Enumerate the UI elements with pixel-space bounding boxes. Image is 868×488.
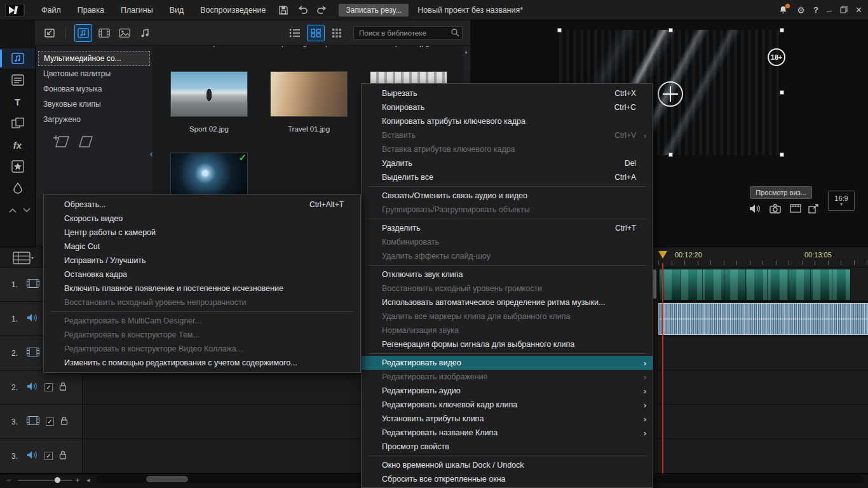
menu-item[interactable]: Редактировать видео›	[362, 356, 653, 370]
menu-item[interactable]: Просмотр свойств	[362, 440, 653, 454]
selection-handle[interactable]	[668, 28, 673, 32]
collapse-panel-icon[interactable]: ‹	[147, 141, 155, 166]
media-thumbnail[interactable]: ✓	[170, 152, 248, 198]
track-lock-icon[interactable]	[59, 451, 67, 462]
record-button[interactable]: Записать резу...	[339, 4, 409, 17]
effect-room-tab[interactable]: fx	[0, 135, 35, 155]
video-clip[interactable]	[658, 269, 851, 301]
menu-item[interactable]: УдалитьDel	[362, 156, 653, 170]
media-content-filter-icon[interactable]	[74, 24, 92, 42]
menu-item[interactable]: Центр работы с камерой	[44, 226, 360, 240]
library-category-selected[interactable]: Мультимедийное со...	[38, 51, 150, 66]
close-icon[interactable]: ×	[856, 5, 862, 15]
transition-room-tab[interactable]	[0, 113, 35, 133]
search-icon[interactable]	[451, 28, 459, 39]
help-icon[interactable]: ?	[813, 6, 818, 14]
settings-gear-icon[interactable]: ⚙	[797, 6, 805, 15]
selection-handle[interactable]	[780, 28, 784, 32]
menu-item[interactable]: Отключить звук клипа	[362, 268, 653, 281]
pip-room-tab[interactable]	[0, 156, 35, 177]
menu-item[interactable]: Выделить всеCtrl+A	[362, 170, 653, 184]
menu-item[interactable]: Magic Cut	[44, 240, 360, 254]
menubar-item[interactable]: Правка	[69, 0, 112, 20]
rail-scroll-down-icon[interactable]	[20, 206, 33, 215]
aspect-ratio-selector[interactable]: 16:9 ▾	[828, 191, 855, 211]
restore-icon[interactable]	[840, 4, 848, 16]
audio-clip[interactable]	[658, 303, 868, 335]
minimize-icon[interactable]: –	[827, 6, 832, 15]
menu-item[interactable]: Скорость видео	[44, 212, 360, 226]
library-category[interactable]: Фоновая музыка	[38, 81, 150, 97]
track-header[interactable]: 3.✓	[0, 439, 83, 473]
library-category[interactable]: Загружено	[38, 112, 150, 127]
menu-item[interactable]: Копировать атрибуты ключевого кадра	[362, 114, 653, 128]
menu-item[interactable]: КопироватьCtrl+C	[362, 100, 653, 114]
menu-item[interactable]: Включить плавное появление и постепенное…	[44, 281, 360, 295]
menubar-item[interactable]: Вид	[161, 0, 193, 20]
title-room-tab[interactable]: T	[0, 92, 35, 112]
playhead-marker[interactable]	[658, 251, 667, 259]
save-icon[interactable]	[276, 3, 290, 17]
color-board-icon[interactable]	[78, 133, 94, 152]
media-thumbnail[interactable]	[270, 71, 348, 117]
track-lock-icon[interactable]	[60, 416, 68, 428]
menu-item[interactable]: Редактировать аудио›	[362, 384, 653, 398]
menu-item[interactable]: Обрезать...Ctrl+Alt+T	[44, 198, 360, 212]
create-color-board-icon[interactable]	[51, 133, 72, 152]
rail-scroll-up-icon[interactable]	[6, 206, 19, 215]
track-manager-icon[interactable]	[13, 252, 34, 268]
zoom-slider[interactable]	[18, 480, 72, 481]
zoom-slider-knob[interactable]	[55, 477, 60, 483]
media-room-tab[interactable]	[0, 48, 35, 69]
menubar-item[interactable]: Плагины	[112, 0, 161, 20]
menu-item[interactable]: ВырезатьCtrl+X	[362, 86, 653, 100]
selection-handle[interactable]	[668, 152, 673, 157]
preview-window-icon[interactable]	[788, 202, 803, 215]
import-media-icon[interactable]	[43, 26, 57, 40]
notifications-bell-icon[interactable]	[778, 5, 789, 15]
playhead-line[interactable]	[662, 263, 663, 473]
track-enable-checkbox[interactable]: ✓	[46, 417, 54, 426]
undo-icon[interactable]	[295, 3, 309, 17]
menu-item[interactable]: Изменить с помощью редактирования с учет…	[44, 356, 360, 370]
photo-filter-icon[interactable]	[116, 25, 133, 41]
menu-item[interactable]: Редактировать ключевой кадр клипа›	[362, 398, 653, 412]
grid-view-icon[interactable]	[307, 25, 325, 41]
redo-icon[interactable]	[315, 3, 329, 17]
scrollbar-thumb[interactable]	[146, 476, 188, 482]
video-filter-icon[interactable]	[96, 25, 112, 41]
track-enable-checkbox[interactable]: ✓	[44, 452, 53, 460]
zoom-in-icon[interactable]: +	[75, 476, 80, 484]
media-thumbnail[interactable]	[170, 71, 248, 117]
menu-item[interactable]: Окно временной шкалы Dock / Undock	[362, 458, 653, 472]
menu-item[interactable]: Установить атрибуты клипа›	[362, 412, 653, 426]
scroll-left-icon[interactable]: ◂	[86, 476, 90, 484]
selection-handle[interactable]	[780, 90, 784, 95]
mute-speaker-icon[interactable]	[747, 202, 763, 215]
menu-item[interactable]: Сбросить все открепленные окна	[362, 472, 653, 486]
explorer-grid-icon[interactable]	[329, 25, 345, 41]
timeline-ruler[interactable]: 00:12:20 00:13:05	[658, 249, 868, 266]
library-category[interactable]: Цветовые палитры	[38, 66, 150, 81]
menu-item[interactable]: Редактировать название Клипа›	[362, 426, 653, 440]
menubar-item[interactable]: Файл	[33, 0, 69, 20]
list-view-icon[interactable]	[287, 25, 303, 41]
library-category[interactable]: Звуковые клипы	[38, 97, 150, 112]
menu-item[interactable]: Исправить / Улучшить	[44, 254, 360, 268]
undock-preview-icon[interactable]	[806, 202, 821, 215]
menu-item[interactable]: Регенерация формы сигнала для выбранного…	[362, 337, 653, 351]
zoom-out-icon[interactable]: −	[6, 476, 11, 484]
menubar-item[interactable]: Воспроизведение	[192, 0, 274, 20]
menu-item[interactable]: РазделитьCtrl+T	[362, 221, 653, 235]
menu-item[interactable]: Использовать автоматическое определение …	[362, 295, 653, 309]
preview-quality-button[interactable]: Просмотр виз...	[750, 186, 812, 199]
track-header[interactable]: 3.✓	[0, 405, 83, 438]
music-filter-icon[interactable]	[137, 25, 153, 41]
scrollbar-up-icon[interactable]: ▲	[463, 50, 469, 54]
menu-item[interactable]: Связать/Отменить связь аудио и видео	[362, 189, 653, 203]
track-lock-icon[interactable]	[59, 382, 67, 393]
track-enable-checkbox[interactable]: ✓	[44, 383, 53, 391]
position-crosshair[interactable]	[658, 81, 683, 107]
menu-item[interactable]: Остановка кадра	[44, 268, 360, 281]
track-header[interactable]: 2.✓	[0, 370, 83, 404]
